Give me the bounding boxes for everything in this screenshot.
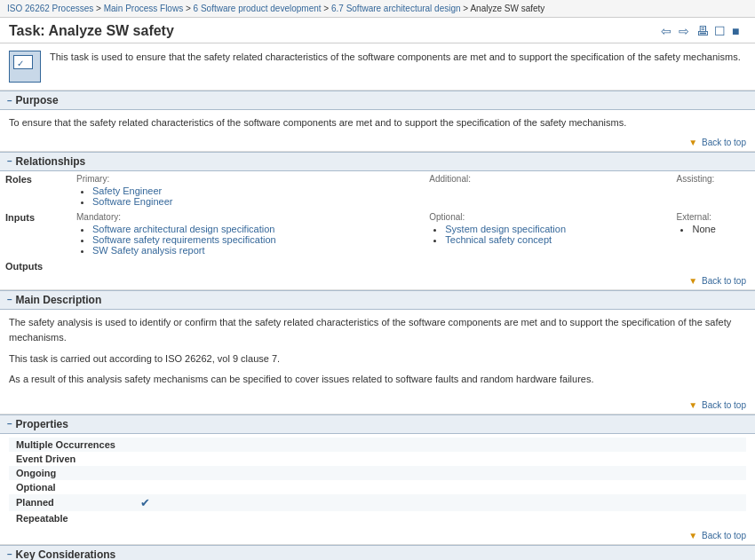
- header-icons: ⇦ ⇨ 🖶 ☐ ■: [661, 24, 746, 38]
- roles-primary-col: Primary: Safety Engineer Software Engine…: [71, 171, 424, 209]
- list-item: Software safety requirements specificati…: [92, 234, 418, 245]
- outputs-label: Outputs: [0, 258, 71, 274]
- back-to-top-properties: ▼ Back to top: [0, 529, 755, 544]
- main-desc-title: Main Description: [16, 294, 102, 306]
- sw-arch-spec-link[interactable]: Software architectural design specificat…: [92, 224, 274, 234]
- inputs-label: Inputs: [0, 209, 71, 258]
- section-key-cons-header[interactable]: – Key Considerations: [0, 545, 755, 560]
- prop-value: ✔: [133, 494, 746, 511]
- back-to-top-link-purpose[interactable]: ▼ Back to top: [688, 138, 746, 147]
- inputs-external-col: External: None: [671, 209, 755, 258]
- mandatory-label: Mandatory:: [76, 212, 418, 222]
- inputs-mandatory-col: Mandatory: Software architectural design…: [71, 209, 424, 258]
- roles-row: Roles Primary: Safety Engineer Software …: [0, 171, 755, 209]
- prop-value: [133, 511, 746, 525]
- section-properties-header[interactable]: – Properties: [0, 414, 755, 434]
- external-list: None: [692, 224, 750, 234]
- list-item: System design specification: [445, 224, 665, 234]
- page-title: Task: Analyze SW safety: [9, 23, 174, 39]
- back-to-top-link-props[interactable]: ▼ Back to top: [688, 531, 746, 540]
- optional-label: Optional:: [429, 212, 665, 222]
- prop-value: [133, 452, 746, 466]
- system-design-spec-link[interactable]: System design specification: [445, 224, 566, 234]
- section-properties: – Properties Multiple Occurrences Event …: [0, 414, 755, 544]
- mandatory-list: Software architectural design specificat…: [92, 224, 418, 256]
- inputs-optional-col: Optional: System design specification Te…: [424, 209, 671, 258]
- roles-assisting-col: Assisting:: [671, 171, 755, 209]
- prop-row-event: Event Driven: [9, 452, 746, 466]
- nav-next-icon[interactable]: ⇨: [679, 24, 693, 38]
- sw-safety-req-link[interactable]: Software safety requirements specificati…: [92, 234, 276, 245]
- prop-label: Ongoing: [9, 466, 133, 480]
- prop-label: Repeatable: [9, 511, 133, 525]
- back-to-top-main-desc: ▼ Back to top: [0, 398, 755, 414]
- list-item: None: [692, 224, 750, 234]
- properties-content: Multiple Occurrences Event Driven Ongoin…: [0, 434, 755, 529]
- optional-list: System design specification Technical sa…: [445, 224, 665, 245]
- main-desc-para-2: This task is carried out according to IS…: [9, 351, 746, 367]
- prop-row-ongoing: Ongoing: [9, 466, 746, 480]
- list-item: Software Engineer: [92, 196, 418, 207]
- prop-row-planned: Planned ✔: [9, 494, 746, 511]
- prop-label: Planned: [9, 494, 133, 511]
- main-desc-para-3: As a result of this analysis safety mech…: [9, 372, 746, 388]
- collapse-icon[interactable]: ■: [732, 24, 746, 38]
- page-header: Task: Analyze SW safety ⇦ ⇨ 🖶 ☐ ■: [0, 18, 755, 43]
- list-item: SW Safety analysis report: [92, 245, 418, 256]
- main-desc-para-1: The safety analysis is used to identify …: [9, 315, 746, 346]
- back-to-top-link-main[interactable]: ▼ Back to top: [688, 400, 746, 410]
- outputs-row: Outputs: [0, 258, 755, 274]
- software-engineer-link[interactable]: Software Engineer: [92, 196, 173, 207]
- relationships-title: Relationships: [16, 155, 86, 168]
- main-description-content: The safety analysis is used to identify …: [0, 310, 755, 398]
- prop-row-multiple: Multiple Occurrences: [9, 438, 746, 452]
- expand-icon[interactable]: ☐: [714, 24, 728, 38]
- breadcrumb-link-3[interactable]: 6 Software product development: [194, 4, 322, 13]
- primary-label: Primary:: [76, 174, 418, 184]
- breadcrumb: ISO 26262 Processes > Main Process Flows…: [0, 0, 755, 18]
- roles-additional-col: Additional:: [424, 171, 671, 209]
- task-icon: [9, 51, 41, 83]
- back-to-top-relationships: ▼ Back to top: [0, 274, 755, 289]
- primary-list: Safety Engineer Software Engineer: [92, 185, 418, 207]
- prop-label: Optional: [9, 480, 133, 494]
- task-icon-row: This task is used to ensure that the saf…: [0, 43, 755, 91]
- breadcrumb-link-1[interactable]: ISO 26262 Processes: [7, 4, 93, 13]
- prop-value: [133, 466, 746, 480]
- list-item: Safety Engineer: [92, 185, 418, 196]
- purpose-title: Purpose: [16, 94, 59, 106]
- properties-table: Multiple Occurrences Event Driven Ongoin…: [9, 438, 746, 525]
- purpose-content: To ensure that the safety related charac…: [0, 110, 755, 136]
- print-icon[interactable]: 🖶: [696, 24, 711, 38]
- section-purpose-header[interactable]: – Purpose: [0, 91, 755, 110]
- prop-value: [133, 480, 746, 494]
- list-item: Technical safety concept: [445, 234, 665, 245]
- inputs-row: Inputs Mandatory: Software architectural…: [0, 209, 755, 258]
- nav-prev-icon[interactable]: ⇦: [661, 24, 675, 38]
- section-relationships-header[interactable]: – Relationships: [0, 152, 755, 171]
- purpose-collapse-icon: –: [7, 96, 12, 106]
- safety-engineer-link[interactable]: Safety Engineer: [92, 185, 162, 196]
- breadcrumb-link-4[interactable]: 6.7 Software architectural design: [331, 4, 461, 13]
- properties-collapse-icon: –: [7, 419, 12, 429]
- section-main-desc-header[interactable]: – Main Description: [0, 290, 755, 310]
- relationships-table: Roles Primary: Safety Engineer Software …: [0, 171, 755, 274]
- additional-label: Additional:: [429, 174, 665, 184]
- external-label: External:: [676, 212, 750, 222]
- back-to-top-link-rel[interactable]: ▼ Back to top: [688, 276, 746, 286]
- section-main-description: – Main Description The safety analysis i…: [0, 290, 755, 414]
- outputs-content: [71, 258, 755, 274]
- prop-row-optional: Optional: [9, 480, 746, 494]
- list-item: Software architectural design specificat…: [92, 224, 418, 234]
- prop-label: Multiple Occurrences: [9, 438, 133, 452]
- section-key-considerations: – Key Considerations Practices applicabl…: [0, 545, 755, 560]
- relationships-content: Roles Primary: Safety Engineer Software …: [0, 171, 755, 274]
- section-relationships: – Relationships Roles Primary: Safety En…: [0, 152, 755, 289]
- tech-safety-concept-link[interactable]: Technical safety concept: [445, 234, 552, 245]
- breadcrumb-link-2[interactable]: Main Process Flows: [104, 4, 183, 13]
- prop-label: Event Driven: [9, 452, 133, 466]
- back-to-top-purpose: ▼ Back to top: [0, 136, 755, 151]
- sw-safety-report-link[interactable]: SW Safety analysis report: [92, 245, 205, 256]
- task-description: This task is used to ensure that the saf…: [50, 51, 746, 64]
- main-desc-collapse-icon: –: [7, 295, 12, 304]
